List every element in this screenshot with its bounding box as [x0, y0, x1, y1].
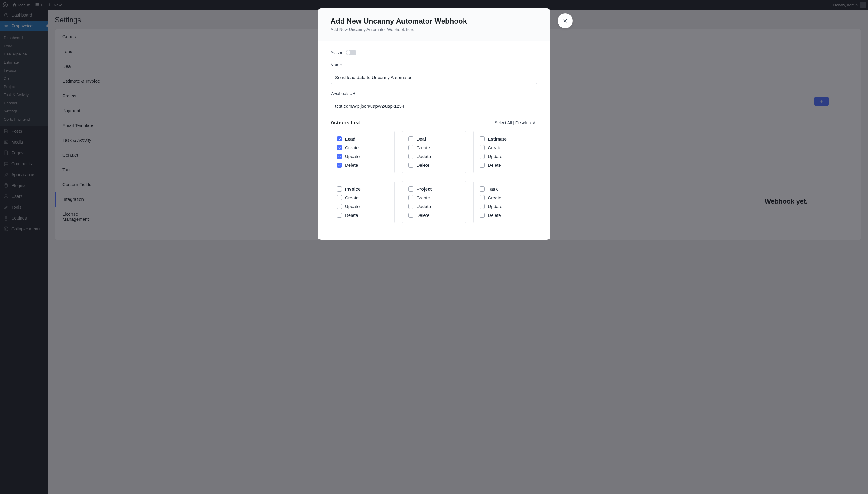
group-label: Project [417, 186, 432, 191]
select-all-link[interactable]: Select All [495, 120, 512, 125]
item-label: Delete [417, 163, 429, 168]
checkbox[interactable] [480, 154, 485, 159]
checkbox[interactable] [480, 136, 485, 141]
url-input[interactable] [331, 99, 537, 113]
checkbox[interactable] [480, 213, 485, 218]
url-label: Webhook URL [331, 91, 537, 96]
checkbox[interactable] [480, 195, 485, 200]
active-toggle[interactable] [346, 50, 356, 55]
modal-subtitle: Add New Uncanny Automator Webhook here [331, 27, 537, 32]
group-label: Deal [417, 136, 426, 141]
item-label: Update [345, 154, 360, 159]
checkbox[interactable] [337, 195, 342, 200]
item-label: Update [488, 154, 502, 159]
group-label: Lead [345, 136, 355, 141]
action-card: TaskCreateUpdateDelete [473, 180, 537, 224]
item-label: Update [345, 204, 360, 209]
group-label: Task [488, 186, 498, 191]
group-label: Invoice [345, 186, 361, 191]
action-card: EstimateCreateUpdateDelete [473, 131, 537, 173]
active-label: Active [331, 50, 342, 55]
name-input[interactable] [331, 71, 537, 84]
checkbox[interactable] [337, 163, 342, 168]
item-label: Create [345, 195, 359, 200]
actions-title: Actions List [331, 120, 360, 126]
item-label: Create [488, 145, 501, 150]
modal-title: Add New Uncanny Automator Webhook [331, 17, 537, 25]
item-label: Create [417, 145, 430, 150]
checkbox[interactable] [408, 195, 413, 200]
item-label: Delete [488, 163, 501, 168]
checkbox[interactable] [480, 186, 485, 191]
action-card: ProjectCreateUpdateDelete [402, 180, 466, 224]
checkbox[interactable] [480, 163, 485, 168]
checkbox[interactable] [480, 145, 485, 150]
checkbox[interactable] [408, 204, 413, 209]
checkbox[interactable] [337, 136, 342, 141]
item-label: Update [417, 154, 431, 159]
item-label: Create [488, 195, 501, 200]
checkbox[interactable] [337, 154, 342, 159]
close-icon [562, 18, 568, 23]
item-label: Create [345, 145, 359, 150]
action-card: DealCreateUpdateDelete [402, 131, 466, 173]
checkbox[interactable] [408, 163, 413, 168]
checkbox[interactable] [408, 154, 413, 159]
item-label: Update [417, 204, 431, 209]
checkbox[interactable] [337, 145, 342, 150]
checkbox[interactable] [408, 186, 413, 191]
modal: Add New Uncanny Automator Webhook Add Ne… [318, 8, 550, 240]
checkbox[interactable] [337, 213, 342, 218]
checkbox[interactable] [480, 204, 485, 209]
item-label: Update [488, 204, 502, 209]
item-label: Delete [417, 213, 429, 218]
checkbox[interactable] [408, 136, 413, 141]
name-label: Name [331, 62, 537, 67]
item-label: Create [417, 195, 430, 200]
item-label: Delete [345, 213, 358, 218]
checkbox[interactable] [408, 213, 413, 218]
item-label: Delete [488, 213, 501, 218]
checkbox[interactable] [337, 186, 342, 191]
action-card: InvoiceCreateUpdateDelete [331, 180, 395, 224]
item-label: Delete [345, 163, 358, 168]
checkbox[interactable] [408, 145, 413, 150]
deselect-all-link[interactable]: Deselect All [516, 120, 537, 125]
checkbox[interactable] [337, 204, 342, 209]
action-card: LeadCreateUpdateDelete [331, 131, 395, 173]
group-label: Estimate [488, 136, 507, 141]
close-button[interactable] [558, 13, 573, 28]
